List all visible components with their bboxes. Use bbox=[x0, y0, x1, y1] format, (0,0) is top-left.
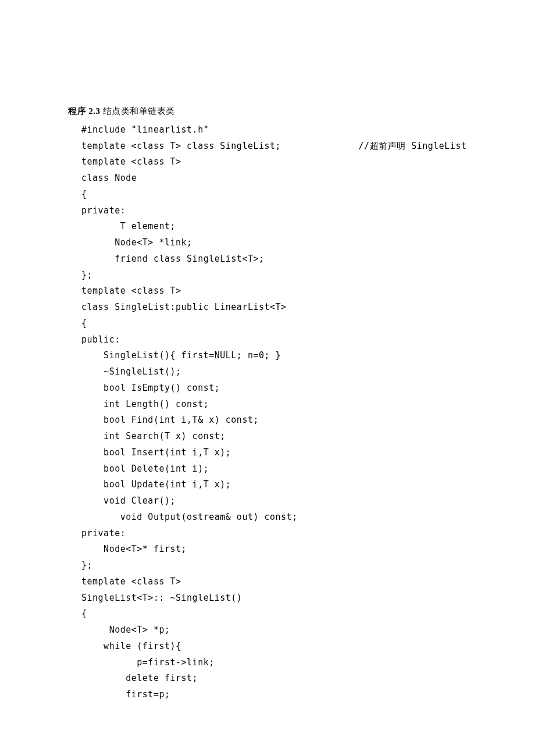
heading-label-bold: 程序 2.3 bbox=[68, 106, 101, 116]
section-heading: 程序 2.3 结点类和单链表类 bbox=[68, 104, 535, 120]
heading-label-rest: 结点类和单链表类 bbox=[101, 106, 175, 116]
code-block: #include "linearlist.h" template <class … bbox=[81, 122, 535, 703]
document-page: 程序 2.3 结点类和单链表类 #include "linearlist.h" … bbox=[0, 0, 535, 756]
